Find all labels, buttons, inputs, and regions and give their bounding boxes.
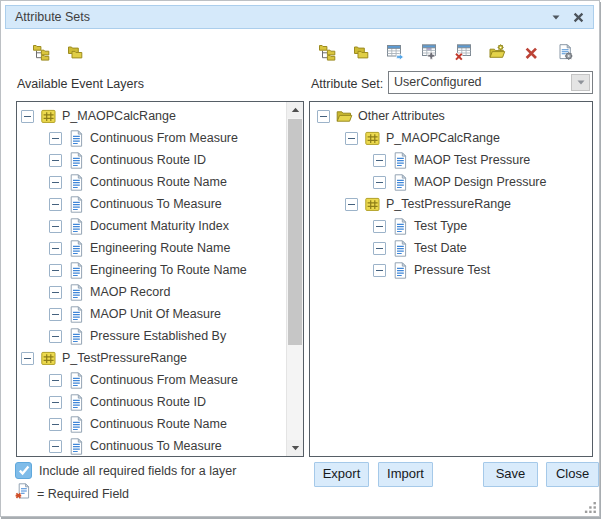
collapse-expander[interactable] <box>373 176 386 189</box>
tree-item[interactable]: Document Maturity Index <box>17 215 303 237</box>
doc-icon <box>68 328 85 345</box>
collapse-expander[interactable] <box>373 154 386 167</box>
collapse-expander[interactable] <box>345 132 358 145</box>
doc-icon <box>68 218 85 235</box>
available-layers-label: Available Event Layers <box>17 77 144 91</box>
tree-item[interactable]: Continuous Route ID <box>17 391 303 413</box>
attribute-set-properties-button[interactable] <box>553 40 577 64</box>
doc-icon <box>68 130 85 147</box>
tree-item[interactable]: Continuous Route ID <box>17 149 303 171</box>
collapse-expander[interactable] <box>49 418 62 431</box>
collapse-expander[interactable] <box>49 330 62 343</box>
tree-item[interactable]: Continuous To Measure <box>17 435 303 457</box>
tree-item[interactable]: P_MAOPCalcRange <box>17 105 303 127</box>
collapse-layers-tree-button[interactable] <box>63 40 87 64</box>
collapse-expander[interactable] <box>373 242 386 255</box>
vertical-scrollbar[interactable] <box>286 102 303 456</box>
tree-item[interactable]: P_MAOPCalcRange <box>310 127 592 149</box>
combobox-dropdown-button[interactable] <box>571 74 590 91</box>
export-button[interactable]: Export <box>314 462 369 487</box>
collapse-expander[interactable] <box>49 154 62 167</box>
tree-item[interactable]: Pressure Established By <box>17 325 303 347</box>
tree-item[interactable]: Continuous Route Name <box>17 171 303 193</box>
collapse-expander[interactable] <box>317 110 330 123</box>
tree-item[interactable]: Test Type <box>310 215 592 237</box>
tree-item-label: P_MAOPCalcRange <box>386 131 500 145</box>
export-event-layer-button[interactable] <box>383 40 407 64</box>
tree-item[interactable]: Other Attributes <box>310 105 592 127</box>
collapse-expander[interactable] <box>49 242 62 255</box>
tree-item[interactable]: P_TestPressureRange <box>17 347 303 369</box>
tree-item[interactable]: Continuous From Measure <box>17 369 303 391</box>
import-button[interactable]: Import <box>378 462 433 487</box>
doc-icon <box>392 262 409 279</box>
tree-item[interactable]: Test Date <box>310 237 592 259</box>
tree-item[interactable]: MAOP Design Pressure <box>310 171 592 193</box>
close-button[interactable]: Close <box>546 462 599 487</box>
tree-item[interactable]: Pressure Test <box>310 259 592 281</box>
collapse-expander[interactable] <box>49 308 62 321</box>
open-folder-icon <box>336 108 353 125</box>
include-required-fields-checkbox[interactable] <box>15 462 32 479</box>
save-button[interactable]: Save <box>483 462 538 487</box>
collapse-expander[interactable] <box>373 220 386 233</box>
tree-item[interactable]: Engineering Route Name <box>17 237 303 259</box>
collapse-expander[interactable] <box>373 264 386 277</box>
collapse-expander[interactable] <box>49 396 62 409</box>
collapse-expander[interactable] <box>49 176 62 189</box>
collapse-set-tree-button[interactable] <box>349 40 373 64</box>
doc-icon <box>68 394 85 411</box>
tree-item[interactable]: Continuous Route Name <box>17 413 303 435</box>
collapse-expander[interactable] <box>49 374 62 387</box>
close-button[interactable] <box>573 12 584 23</box>
doc-icon <box>68 438 85 455</box>
table-arrow-icon <box>387 44 404 61</box>
tree-item[interactable]: MAOP Test Pressure <box>310 149 592 171</box>
collapse-expander[interactable] <box>49 286 62 299</box>
collapse-expander[interactable] <box>345 198 358 211</box>
available-layers-tree-panel: P_MAOPCalcRangeContinuous From MeasureCo… <box>16 101 304 457</box>
expand-layers-tree-button[interactable] <box>29 40 53 64</box>
collapse-expander[interactable] <box>49 132 62 145</box>
tree-item[interactable]: Engineering To Route Name <box>17 259 303 281</box>
collapse-expander[interactable] <box>21 352 34 365</box>
collapse-expander[interactable] <box>21 110 34 123</box>
doc-icon <box>392 174 409 191</box>
tree-item-label: P_TestPressureRange <box>62 351 187 365</box>
tree-item-label: Test Type <box>414 219 467 233</box>
red-x-icon <box>523 44 540 61</box>
scroll-up-button[interactable] <box>287 102 303 118</box>
new-attribute-set-button[interactable] <box>485 40 509 64</box>
attribute-set-tree: Other AttributesP_MAOPCalcRangeMAOP Test… <box>310 102 592 281</box>
tree-item[interactable]: Continuous To Measure <box>17 193 303 215</box>
attribute-set-combobox[interactable]: UserConfigured <box>388 71 593 94</box>
tree-item[interactable]: MAOP Unit Of Measure <box>17 303 303 325</box>
remove-event-layer-button[interactable] <box>451 40 475 64</box>
tree-item[interactable]: P_TestPressureRange <box>310 193 592 215</box>
pin-caret-button[interactable] <box>552 15 560 20</box>
doc-icon <box>68 284 85 301</box>
table-plus-icon <box>421 44 438 61</box>
tree-item-label: Continuous Route Name <box>90 417 227 431</box>
table-yellow-icon <box>40 108 57 125</box>
collapse-expander[interactable] <box>49 220 62 233</box>
required-field-icon <box>15 483 32 500</box>
tree-item-label: Test Date <box>414 241 467 255</box>
table-yellow-icon <box>40 350 57 367</box>
collapse-expander[interactable] <box>49 440 62 453</box>
resize-grip[interactable] <box>584 501 597 514</box>
delete-attribute-set-button[interactable] <box>519 40 543 64</box>
collapse-expander[interactable] <box>49 264 62 277</box>
add-event-layer-button[interactable] <box>417 40 441 64</box>
collapse-expander[interactable] <box>49 198 62 211</box>
tree-item[interactable]: MAOP Record <box>17 281 303 303</box>
scroll-down-button[interactable] <box>287 440 303 456</box>
tree-item-label: Continuous Route ID <box>90 153 206 167</box>
tree-item[interactable]: Continuous From Measure <box>17 127 303 149</box>
doc-icon <box>68 372 85 389</box>
tree-item-label: MAOP Record <box>90 285 170 299</box>
scrollbar-thumb[interactable] <box>288 119 302 345</box>
folder-tree-icon <box>33 44 50 61</box>
tree-item-label: Engineering Route Name <box>90 241 230 255</box>
expand-set-tree-button[interactable] <box>315 40 339 64</box>
